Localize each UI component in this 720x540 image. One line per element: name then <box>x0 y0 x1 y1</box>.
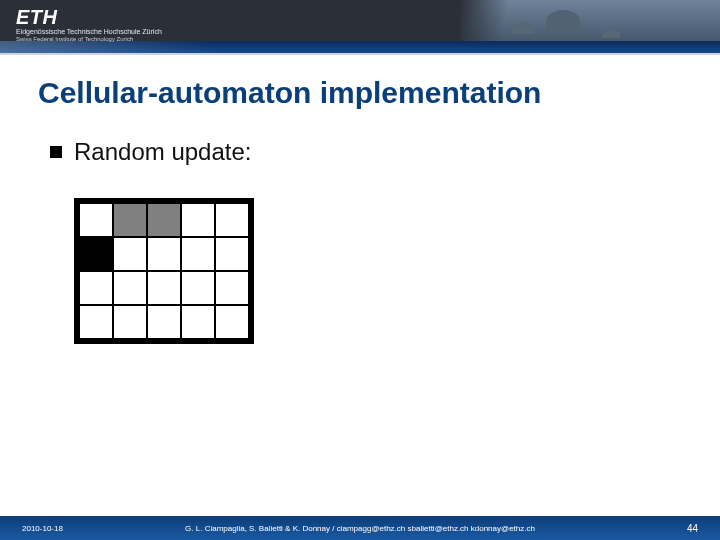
footer-page-number: 44 <box>687 523 698 534</box>
header-blue-strip <box>0 41 720 53</box>
table-row <box>79 237 249 271</box>
grid-cell <box>215 271 249 305</box>
eth-subtitle-line1: Eidgenössische Technische Hochschule Zür… <box>16 28 162 35</box>
grid-cell <box>181 203 215 237</box>
automaton-grid-table <box>78 202 250 340</box>
bullet-text: Random update: <box>74 138 251 166</box>
grid-cell <box>79 271 113 305</box>
grid-cell <box>79 203 113 237</box>
slide-title: Cellular-automaton implementation <box>38 76 541 110</box>
grid-cell <box>147 203 181 237</box>
grid-cell <box>215 237 249 271</box>
grid-cell <box>79 237 113 271</box>
table-row <box>79 271 249 305</box>
grid-cell <box>113 271 147 305</box>
grid-cell <box>79 305 113 339</box>
table-row <box>79 203 249 237</box>
eth-logo: ETH <box>16 6 58 29</box>
eth-subtitle-line2: Swiss Federal Institute of Technology Zu… <box>16 36 133 42</box>
grid-cell <box>215 203 249 237</box>
header: ETH Eidgenössische Technische Hochschule… <box>0 0 720 60</box>
building-dome-icon <box>546 10 580 34</box>
table-row <box>79 305 249 339</box>
slide: ETH Eidgenössische Technische Hochschule… <box>0 0 720 540</box>
grid-cell <box>215 305 249 339</box>
grid-cell <box>147 305 181 339</box>
grid-cell <box>113 203 147 237</box>
grid-cell <box>147 271 181 305</box>
grid-cell <box>113 237 147 271</box>
bullet-row: Random update: <box>50 138 251 166</box>
grid-cell <box>181 271 215 305</box>
footer: 2010-10-18 G. L. Ciampaglia, S. Balietti… <box>0 516 720 540</box>
grid-cell <box>181 237 215 271</box>
automaton-grid <box>74 198 254 344</box>
header-separator <box>0 53 720 55</box>
grid-cell <box>113 305 147 339</box>
footer-authors: G. L. Ciampaglia, S. Balietti & K. Donna… <box>0 524 720 533</box>
grid-cell <box>181 305 215 339</box>
bullet-marker-icon <box>50 146 62 158</box>
grid-cell <box>147 237 181 271</box>
footer-date: 2010-10-18 <box>22 524 63 533</box>
